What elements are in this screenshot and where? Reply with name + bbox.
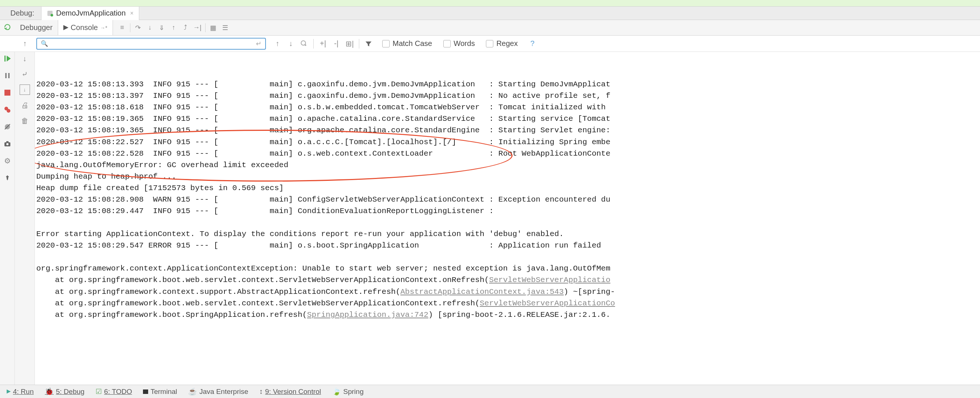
drop-frame-icon[interactable]: ⤴: [180, 22, 191, 33]
rerun-gutter: [0, 20, 15, 35]
debug-tool-button[interactable]: 🐞 5: Debug: [45, 387, 84, 396]
java-ee-tool-label: Java Enterprise: [199, 388, 248, 396]
search-box[interactable]: 🔍 ↵: [36, 38, 266, 50]
console-line: 2020-03-12 15:08:29.547 ERROR 915 --- [ …: [36, 240, 978, 251]
svg-rect-5: [5, 73, 7, 78]
source-link[interactable]: ServletWebServerApplicatio: [489, 276, 610, 284]
regex-checkbox[interactable]: Regex: [486, 39, 518, 48]
force-step-into-icon[interactable]: ⇓: [156, 22, 167, 33]
settings-icon[interactable]: ⚙: [2, 156, 13, 166]
match-case-label: Match Case: [393, 39, 432, 48]
search-input[interactable]: [50, 40, 256, 48]
print-icon[interactable]: 🖨: [20, 100, 30, 110]
match-case-checkbox[interactable]: Match Case: [382, 39, 432, 48]
add-selection-icon[interactable]: +|: [317, 37, 329, 50]
words-label: Words: [454, 39, 475, 48]
svg-point-1: [50, 14, 53, 16]
source-link[interactable]: SpringApplication.java:742: [307, 310, 428, 319]
help-icon[interactable]: ?: [530, 39, 535, 48]
svg-point-9: [7, 109, 10, 113]
console-line: 2020-03-12 15:08:22.527 INFO 915 --- [ m…: [36, 136, 978, 148]
console-line: org.springframework.context.ApplicationC…: [36, 263, 978, 274]
resume-icon[interactable]: [2, 53, 13, 64]
soft-wrap-icon[interactable]: ⤶: [20, 69, 30, 79]
svg-point-2: [301, 41, 305, 45]
java-ee-tool-button[interactable]: ☕ Java Enterprise: [188, 387, 248, 396]
console-line: Heap dump file created [17152573 bytes i…: [36, 182, 978, 194]
console-output[interactable]: 2020-03-12 15:08:13.393 INFO 915 --- [ m…: [35, 52, 980, 385]
debug-tab-active[interactable]: DemoJvmApplication ×: [41, 7, 139, 20]
console-line: 2020-03-12 15:08:22.528 INFO 915 --- [ m…: [36, 148, 978, 159]
todo-tool-label: 6: TODO: [104, 388, 132, 395]
arrow-right-icon: →*: [100, 25, 107, 31]
run-tool-button[interactable]: 4: Run: [7, 388, 34, 396]
pin-icon[interactable]: [2, 173, 13, 183]
console-tab[interactable]: Console →*: [58, 20, 113, 35]
java-ee-icon: ☕: [188, 387, 197, 396]
source-link[interactable]: ServletWebServerApplicationCo: [480, 299, 615, 307]
main-area: ⚙ ↓ ⤶ ↓ 🖨 🗑 2020-03-12 15:08:13.393 INFO…: [0, 52, 980, 385]
console-line: 2020-03-12 15:08:29.447 INFO 915 --- [ m…: [36, 205, 978, 217]
step-over-icon[interactable]: ↷: [133, 22, 144, 33]
scroll-to-end-icon[interactable]: ↓: [20, 84, 30, 95]
view-breakpoints-icon[interactable]: [2, 105, 13, 115]
regex-label: Regex: [496, 39, 518, 48]
pause-icon[interactable]: [2, 70, 13, 81]
console-line: java.lang.OutOfMemoryError: GC overhead …: [36, 159, 978, 171]
bottom-tool-bar: 4: Run 🐞 5: Debug ☑ 6: TODO Terminal ☕ J…: [0, 385, 980, 398]
console-line: 2020-03-12 15:08:28.908 WARN 915 --- [ m…: [36, 194, 978, 205]
separator: [359, 39, 359, 49]
vcs-tool-label: 9: Version Control: [265, 388, 321, 395]
close-icon[interactable]: ×: [130, 10, 133, 17]
find-all-icon[interactable]: [298, 37, 310, 50]
camera-icon[interactable]: [2, 139, 13, 149]
checkbox-icon: [382, 40, 390, 48]
console-line: 2020-03-12 15:08:13.393 INFO 915 --- [ m…: [36, 78, 978, 90]
step-out-icon[interactable]: ↑: [168, 22, 179, 33]
mute-breakpoints-icon[interactable]: [2, 121, 13, 132]
svg-rect-6: [8, 73, 10, 78]
select-all-icon[interactable]: ⊞|: [343, 37, 356, 50]
remove-selection-icon[interactable]: -|: [330, 37, 343, 50]
checkbox-icon: [486, 40, 493, 48]
console-line: 2020-03-12 15:08:13.397 INFO 915 --- [ m…: [36, 90, 978, 102]
scroll-down-icon[interactable]: ↓: [20, 53, 30, 64]
stop-icon[interactable]: [2, 88, 13, 98]
play-icon: [63, 25, 68, 30]
next-match-icon[interactable]: ↓: [285, 37, 297, 50]
evaluate-icon[interactable]: ▦: [208, 22, 219, 33]
filter-icon[interactable]: [362, 37, 375, 50]
terminal-tool-label: Terminal: [150, 388, 177, 396]
rerun-icon[interactable]: [3, 23, 11, 32]
words-checkbox[interactable]: Words: [443, 39, 475, 48]
terminal-tool-button[interactable]: Terminal: [143, 388, 177, 396]
todo-tool-button[interactable]: ☑ 6: TODO: [95, 387, 132, 396]
console-line: [36, 217, 978, 228]
spring-tool-button[interactable]: 🍃 Spring: [332, 387, 364, 396]
console-line: at org.springframework.context.support.A…: [36, 286, 978, 298]
console-line: 2020-03-12 15:08:19.365 INFO 915 --- [ m…: [36, 124, 978, 136]
scroll-up-icon[interactable]: ↑: [20, 38, 30, 49]
svg-point-14: [6, 143, 8, 145]
trace-icon[interactable]: ☰: [220, 22, 231, 33]
console-line: [36, 251, 978, 263]
spring-tool-label: Spring: [343, 388, 364, 396]
prev-match-icon[interactable]: ↑: [271, 37, 284, 50]
spring-icon: 🍃: [332, 387, 341, 396]
console-line: at org.springframework.boot.web.servlet.…: [36, 298, 978, 309]
clear-icon[interactable]: 🗑: [20, 116, 30, 126]
console-line: at org.springframework.boot.web.servlet.…: [36, 274, 978, 286]
source-link[interactable]: AbstractApplicationContext.java:543: [400, 288, 564, 296]
step-into-icon[interactable]: ↓: [145, 22, 156, 33]
toggle-lines-icon[interactable]: ≡: [117, 22, 128, 33]
console-line: Error starting ApplicationContext. To di…: [36, 228, 978, 240]
vcs-tool-button[interactable]: ↕ 9: Version Control: [259, 388, 321, 396]
separator: [205, 23, 205, 32]
run-to-cursor-icon[interactable]: →|: [192, 22, 203, 33]
svg-rect-7: [5, 90, 10, 96]
console-controls-gutter: ↓ ⤶ ↓ 🖨 🗑: [15, 52, 35, 385]
debugger-tab[interactable]: Debugger: [15, 20, 58, 35]
debug-label: Debug:: [4, 9, 41, 18]
enter-icon: ↵: [256, 40, 261, 48]
vcs-icon: ↕: [259, 388, 263, 396]
